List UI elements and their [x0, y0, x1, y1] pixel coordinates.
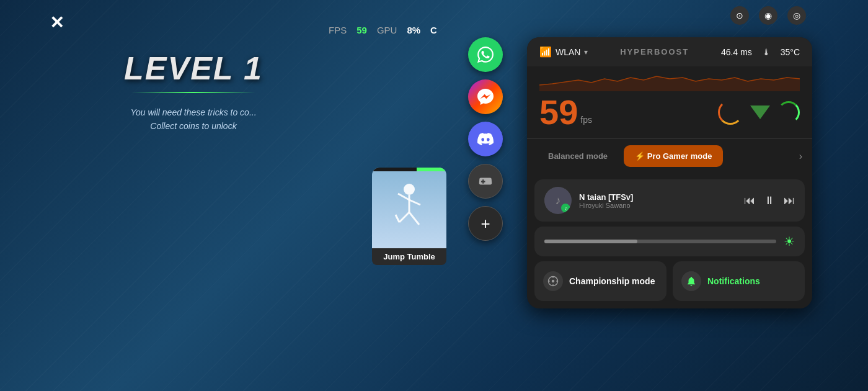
ping-temp: 46.4 ms 🌡 35°C [721, 47, 800, 57]
music-next-button[interactable]: ⏭ [784, 194, 795, 207]
svg-line-3 [409, 200, 420, 205]
championship-icon [543, 271, 563, 291]
temp-value: 35°C [781, 47, 800, 57]
bottom-buttons: Championship mode Notifications [534, 261, 805, 301]
svg-line-4 [399, 212, 409, 222]
notifications-bell-icon [681, 271, 701, 291]
fps-down-arrow-icon [750, 106, 770, 119]
messenger-icon[interactable] [468, 79, 503, 114]
music-avatar: ♪ ♫ [544, 187, 572, 214]
svg-text:♪: ♪ [556, 194, 561, 207]
brightness-icon[interactable]: ☀ [784, 234, 795, 249]
fps-unit: fps [580, 115, 592, 125]
wifi-icon: 📶 [539, 46, 552, 58]
music-title: N taian [TFSv] [579, 192, 737, 202]
hyperboost-label: HYPERBOOST [620, 47, 689, 56]
fps-arc-indicator [718, 100, 743, 125]
top-icon-1[interactable]: ⊙ [730, 6, 749, 25]
top-icon-3[interactable]: ◎ [787, 6, 806, 25]
wifi-name: WLAN [556, 47, 580, 57]
notifications-label: Notifications [707, 276, 760, 286]
championship-label: Championship mode [569, 276, 655, 286]
svg-point-13 [552, 280, 555, 283]
cpu-label: C [430, 25, 437, 35]
gpu-label: GPU [377, 25, 397, 35]
close-button[interactable]: ✕ [50, 12, 64, 33]
music-section: ♪ ♫ N taian [TFSv] Hiroyuki Sawano ⏮ ⏸ ⏭ [534, 179, 805, 222]
fps-row: 59 fps [539, 95, 800, 130]
notifications-button[interactable]: Notifications [673, 261, 805, 301]
pro-gamer-mode-button[interactable]: ⚡ Pro Gamer mode [624, 145, 723, 167]
jump-card-image [372, 168, 446, 248]
top-right-icons: ⊙ ◉ ◎ [730, 6, 806, 25]
game-hint: You will need these tricks to co... Coll… [124, 106, 263, 133]
fps-controls [718, 100, 800, 125]
fps-label: FPS [329, 25, 347, 35]
gpu-value: 8% [407, 25, 420, 35]
thermometer-icon: 🌡 [762, 47, 771, 57]
mode-section: Balanced mode ⚡ Pro Gamer mode › [527, 138, 812, 174]
top-icon-2[interactable]: ◉ [759, 6, 777, 25]
stick-figure-icon [391, 180, 428, 236]
game-hub-icon[interactable] [468, 164, 503, 199]
add-app-button[interactable]: + [468, 206, 503, 241]
brightness-slider-fill [544, 240, 637, 243]
game-content: LEVEL 1 You will need these tricks to co… [124, 50, 263, 133]
svg-line-5 [396, 215, 399, 222]
jump-card[interactable]: Jump Tumble [372, 168, 446, 265]
ping-value: 46.4 ms [721, 47, 752, 57]
brightness-section: ☀ [534, 227, 805, 256]
jump-card-label: Jump Tumble [372, 248, 446, 265]
level-title: LEVEL 1 [124, 50, 263, 87]
mode-chevron-right-icon: › [799, 151, 802, 162]
music-artist: Hiroyuki Sawano [579, 202, 737, 209]
svg-point-10 [561, 204, 570, 212]
music-info: N taian [TFSv] Hiroyuki Sawano [579, 192, 737, 209]
level-divider [131, 92, 255, 93]
svg-line-6 [409, 212, 419, 225]
fps-hud-value: 59 [356, 25, 367, 35]
hud-bar: FPS 59 GPU 8% C [329, 25, 437, 35]
music-pause-button[interactable]: ⏸ [764, 194, 775, 207]
panel-header: 📶 WLAN ▾ HYPERBOOST 46.4 ms 🌡 35°C [527, 37, 812, 66]
svg-point-0 [404, 184, 415, 195]
fps-section: 59 fps [527, 66, 812, 138]
fps-chart [539, 73, 800, 91]
fps-big-number: 59 [539, 95, 578, 130]
fps-green-arc-icon [777, 101, 800, 124]
fps-value-group: 59 fps [539, 95, 592, 130]
chevron-down-icon: ▾ [584, 48, 588, 56]
championship-mode-button[interactable]: Championship mode [534, 261, 666, 301]
wifi-label[interactable]: 📶 WLAN ▾ [539, 46, 588, 58]
overlay-panel: 📶 WLAN ▾ HYPERBOOST 46.4 ms 🌡 35°C 59 fp… [527, 37, 812, 308]
brightness-slider[interactable] [544, 240, 776, 243]
app-sidebar: + [468, 37, 503, 241]
music-prev-button[interactable]: ⏮ [744, 194, 755, 207]
balanced-mode-button[interactable]: Balanced mode [537, 145, 619, 167]
music-controls: ⏮ ⏸ ⏭ [744, 194, 795, 207]
whatsapp-icon[interactable] [468, 37, 503, 72]
svg-text:♫: ♫ [564, 205, 568, 212]
discord-icon[interactable] [468, 122, 503, 156]
